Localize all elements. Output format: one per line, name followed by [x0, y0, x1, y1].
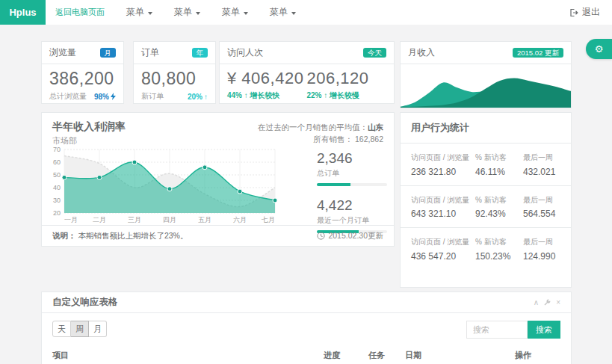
sales-line-chart: 203040506070一月二月三月四月五月六月七月	[48, 146, 282, 225]
level-up-icon: ↑	[324, 91, 327, 99]
level-up-icon: ↑	[204, 93, 208, 101]
period-badge: 年	[192, 48, 208, 58]
svg-text:50: 50	[53, 171, 61, 179]
period-badge: 今天	[363, 48, 386, 58]
theme-settings-button[interactable]: ⚙	[586, 39, 612, 59]
card-value: ¥ 406,420	[227, 69, 307, 88]
level-up-icon: ↑	[244, 91, 248, 99]
nav-menu-label: 菜单	[126, 6, 144, 19]
wrench-icon[interactable]	[544, 299, 551, 306]
nav-menu-2[interactable]: 菜单	[174, 6, 200, 19]
column-header[interactable]: 日期	[405, 345, 515, 364]
panel-title: 自定义响应表格	[52, 296, 118, 309]
card-metric: 98%	[94, 93, 116, 101]
nav-menu-4[interactable]: 菜单	[270, 6, 296, 19]
svg-text:二月: 二月	[93, 216, 106, 223]
search-input[interactable]	[466, 321, 528, 339]
card-title: 订单	[141, 46, 159, 59]
nav-menu-label: 菜单	[174, 6, 192, 19]
tab-week[interactable]: 周	[71, 321, 89, 337]
updated-badge: 2015.02 更新	[513, 48, 563, 58]
card-value: 80,800	[141, 69, 208, 89]
user-stats-row: 访问页面 / 浏览量236 321.80 % 新访客46.11% 最后一周432…	[401, 144, 571, 186]
main-nav: 返回电脑页面 菜单 菜单 菜单 菜单	[46, 0, 296, 25]
stat-label: 总订单	[317, 168, 387, 179]
nav-home-link[interactable]: 返回电脑页面	[55, 7, 105, 18]
card-monthly-income: 月收入 2015.02 更新	[400, 41, 572, 108]
period-tab-group: 天 周 月	[52, 321, 107, 337]
stat-value: 2,346	[317, 150, 387, 167]
panel-title: 用户行为统计	[401, 113, 571, 144]
tab-month[interactable]: 月	[89, 321, 107, 337]
income-area-chart	[401, 64, 571, 108]
card-metric: 22% ↑ 增长较慢	[307, 90, 387, 101]
card-visits: 访问人次 今天 ¥ 406,420 44% ↑ 增长较快 206,120 22%…	[219, 41, 395, 104]
column-header[interactable]: 操作	[515, 345, 560, 364]
stat-label: 访问页面 / 浏览量	[411, 195, 475, 206]
logout-label: 退出	[582, 6, 600, 19]
top-navbar: Hplus 返回电脑页面 菜单 菜单 菜单 菜单 退出	[0, 0, 612, 25]
card-sub-label: 新订单	[141, 91, 164, 102]
svg-text:三月: 三月	[128, 216, 141, 223]
user-stats-row: 访问页面 / 浏览量436 547.20 % 新访客150.23% 最后一周12…	[401, 228, 571, 270]
nav-menu-1[interactable]: 菜单	[126, 6, 152, 19]
column-header[interactable]: 项目	[52, 345, 324, 364]
stat-label: 最后一周	[523, 195, 560, 206]
period-badge: 月	[100, 48, 117, 58]
logout-link[interactable]: 退出	[569, 0, 600, 25]
stat-value: 4,422	[317, 197, 387, 214]
card-title: 月收入	[408, 46, 435, 59]
card-metric: 20%↑	[188, 93, 208, 101]
stat-label: % 新访客	[475, 237, 523, 247]
clock-icon	[317, 232, 325, 240]
stat-value: 92.43%	[475, 208, 523, 220]
stat-label: % 新访客	[475, 152, 523, 163]
progress-bar	[317, 183, 350, 186]
svg-text:30: 30	[53, 197, 61, 204]
chevron-down-icon	[244, 12, 248, 15]
column-header[interactable]: 任务	[368, 345, 405, 364]
card-orders: 订单 年 80,800 新订单 20%↑	[133, 41, 216, 104]
close-icon[interactable]: ×	[556, 299, 560, 306]
sales-summary: 在过去的一个月销售的平均值：山东 所有销售： 162,862	[258, 121, 383, 146]
svg-text:一月: 一月	[64, 216, 78, 223]
sales-footer-note: 说明： 本期销售额比上期增长了23%。	[52, 231, 188, 241]
svg-text:40: 40	[53, 184, 61, 191]
card-sub-label: 总计浏览量	[49, 91, 87, 102]
search-button[interactable]: 搜索	[528, 321, 560, 339]
svg-text:六月: 六月	[233, 216, 247, 223]
column-header[interactable]: 进度	[324, 345, 368, 364]
chevron-down-icon	[291, 12, 296, 15]
bolt-icon	[111, 93, 116, 100]
user-stats-row: 访问页面 / 浏览量643 321.10 % 新访客92.43% 最后一周564…	[401, 186, 571, 229]
sales-updated: 2015.02.30更新	[317, 231, 383, 241]
card-title: 浏览量	[49, 46, 76, 59]
nav-menu-label: 菜单	[270, 6, 288, 19]
stat-label: 最近一个月订单	[317, 215, 387, 226]
svg-text:七月: 七月	[261, 216, 275, 223]
stat-value: 150.23%	[475, 250, 523, 262]
svg-text:60: 60	[53, 158, 61, 166]
stat-label: % 新访客	[475, 195, 523, 206]
nav-menu-label: 菜单	[222, 6, 240, 19]
stat-label: 最后一周	[523, 152, 560, 163]
sales-stats: 2,346 总订单 4,422 最近一个月订单	[317, 150, 387, 233]
stat-value: 236 321.80	[411, 166, 475, 178]
card-metric: 44% ↑ 增长较快	[227, 90, 307, 101]
stat-label: 访问页面 / 浏览量	[411, 237, 475, 247]
stat-value: 46.11%	[475, 166, 523, 178]
table-search: 搜索	[466, 321, 560, 339]
stat-value: 564.554	[523, 208, 560, 220]
stat-value: 432.021	[523, 166, 560, 178]
nav-menu-3[interactable]: 菜单	[222, 6, 248, 19]
card-title: 访问人次	[227, 46, 263, 59]
sign-out-icon	[569, 8, 578, 17]
brand-logo[interactable]: Hplus	[0, 0, 46, 25]
svg-text:70: 70	[53, 146, 61, 153]
collapse-icon[interactable]: ∧	[534, 299, 539, 306]
tab-day[interactable]: 天	[52, 321, 71, 337]
stat-total-orders: 2,346 总订单	[317, 150, 387, 186]
panel-user-stats: 用户行为统计 访问页面 / 浏览量236 321.80 % 新访客46.11% …	[400, 112, 572, 288]
svg-text:20: 20	[53, 209, 61, 217]
card-value: 206,120	[307, 69, 387, 88]
